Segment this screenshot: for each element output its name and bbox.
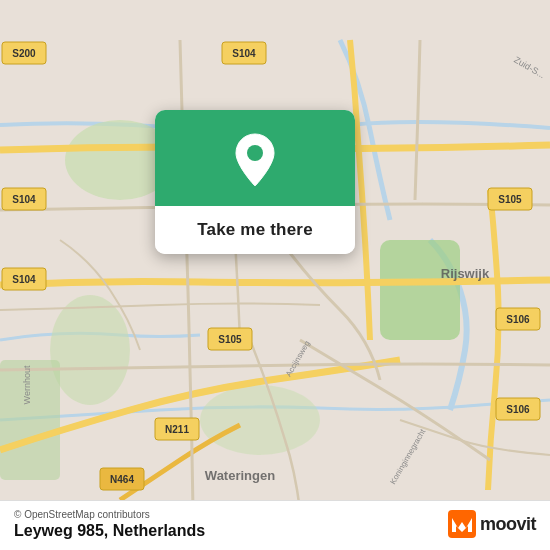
svg-text:Rijswijk: Rijswijk — [441, 266, 490, 281]
svg-text:S104: S104 — [12, 274, 36, 285]
location-pin-icon — [231, 132, 279, 188]
svg-text:Wateringen: Wateringen — [205, 468, 275, 483]
svg-point-33 — [247, 145, 263, 161]
take-me-there-button[interactable]: Take me there — [155, 206, 355, 254]
svg-text:Wernhout: Wernhout — [22, 365, 32, 404]
map-background: S200 S104 S104 S104 S105 S105 S106 S106 … — [0, 0, 550, 550]
map-container: S200 S104 S104 S104 S105 S105 S106 S106 … — [0, 0, 550, 550]
svg-text:N211: N211 — [165, 424, 189, 435]
svg-rect-3 — [380, 240, 460, 340]
popup-header — [155, 110, 355, 206]
popup-card: Take me there — [155, 110, 355, 254]
moovit-text: moovit — [480, 514, 536, 535]
moovit-icon — [448, 510, 476, 538]
svg-text:S105: S105 — [498, 194, 522, 205]
svg-text:N464: N464 — [110, 474, 134, 485]
svg-text:S104: S104 — [12, 194, 36, 205]
svg-text:S105: S105 — [218, 334, 242, 345]
svg-text:S106: S106 — [506, 314, 530, 325]
moovit-logo: moovit — [448, 510, 536, 538]
svg-text:S104: S104 — [232, 48, 256, 59]
svg-text:S106: S106 — [506, 404, 530, 415]
svg-point-2 — [50, 295, 130, 405]
svg-point-4 — [200, 385, 320, 455]
svg-text:S200: S200 — [12, 48, 36, 59]
